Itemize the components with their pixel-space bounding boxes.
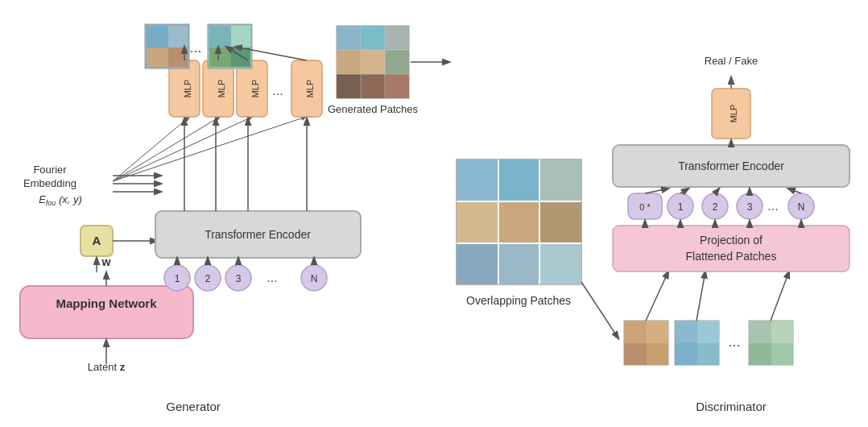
token-1-label: 1 — [175, 273, 180, 284]
t1-to-transformer — [680, 189, 688, 193]
t2-to-transformer — [715, 189, 719, 193]
fourier-to-mlp1 — [113, 117, 189, 181]
ov-c02 — [539, 160, 581, 201]
t0-to-transformer — [645, 189, 668, 193]
projection-label2: Flattened Patches — [686, 250, 777, 263]
fourier-to-mlp4 — [113, 117, 306, 181]
disc-transformer-label: Transformer Encoder — [678, 160, 784, 172]
mlp-ellipsis: ... — [272, 84, 283, 97]
projection-label1: Projection of — [700, 234, 763, 247]
patches-ellipsis: ... — [189, 39, 201, 56]
cat-c10 — [337, 50, 361, 74]
ov-c11 — [498, 201, 539, 243]
overlap-to-disc-arrow — [581, 282, 618, 338]
dp1-tr — [647, 321, 668, 343]
p-tl1 — [147, 26, 168, 48]
projection-box — [613, 226, 849, 272]
ov-c20 — [457, 243, 498, 284]
generated-patches-label: Generated Patches — [328, 103, 419, 115]
efou-label: Efou (x, y) — [39, 193, 82, 207]
tn-to-transformer — [788, 189, 801, 193]
fourier-to-mlp2 — [113, 117, 220, 181]
discriminator-section-label: Discriminator — [696, 400, 767, 413]
a-label: A — [93, 234, 101, 247]
diagram-container: Mapping Network Latent z w A Fourier Emb… — [0, 0, 868, 427]
dp1-br — [647, 343, 668, 365]
dpl-tl — [749, 321, 771, 343]
disc-token-0-label: 0 * — [639, 202, 651, 212]
mlp2-label: MLP — [217, 80, 226, 98]
cat-c22 — [385, 74, 409, 98]
dp2-tl — [675, 321, 697, 343]
dpl-up — [771, 272, 789, 321]
ov-c22 — [539, 243, 581, 284]
real-fake-label: Real / Fake — [705, 55, 758, 67]
disc-token-ellipsis: ... — [767, 199, 778, 213]
ov-c10 — [457, 201, 498, 243]
dp1-tl — [624, 321, 647, 343]
fourier-to-mlp3 — [113, 117, 252, 181]
disc-token-2-label: 2 — [713, 201, 718, 213]
dpl-bl — [749, 343, 771, 365]
p-tl2 — [168, 26, 188, 48]
p-l3 — [209, 48, 231, 67]
dpl-br — [771, 343, 793, 365]
cat-c02 — [385, 26, 409, 50]
cat-c21 — [361, 74, 385, 98]
cat-c20 — [337, 74, 361, 98]
mapping-network-label: Mapping Network — [56, 296, 157, 310]
p-l2 — [231, 26, 250, 48]
dpl-tr — [771, 321, 793, 343]
w-label: w — [101, 255, 111, 268]
fourier-label: Fourier — [33, 164, 67, 176]
dp1-up — [646, 272, 668, 321]
gen-transformer-label: Transformer Encoder — [205, 228, 311, 241]
disc-ellipsis: ... — [728, 334, 740, 350]
main-svg: Mapping Network Latent z w A Fourier Emb… — [0, 0, 868, 427]
dp2-br — [697, 343, 719, 365]
dp2-up — [696, 272, 705, 321]
cat-c00 — [337, 26, 361, 50]
token-2-label: 2 — [205, 273, 211, 284]
cat-c11 — [361, 50, 385, 74]
ov-c00 — [457, 160, 498, 201]
token-ellipsis: ... — [267, 271, 277, 284]
dp2-bl — [675, 343, 697, 365]
disc-mlp-label: MLP — [729, 105, 738, 123]
p-l4 — [231, 48, 250, 67]
generator-section-label: Generator — [166, 400, 221, 413]
ov-c21 — [498, 243, 539, 284]
mlp1-label: MLP — [183, 80, 192, 98]
token-3-label: 3 — [236, 273, 242, 284]
ov-c12 — [539, 201, 581, 243]
p-l1 — [209, 26, 231, 48]
dp2-tr — [697, 321, 719, 343]
mapping-network-box — [20, 286, 193, 338]
token-n-label: N — [311, 273, 318, 284]
cat-c01 — [361, 26, 385, 50]
disc-token-1-label: 1 — [678, 201, 684, 213]
ov-c01 — [498, 160, 539, 201]
disc-token-3-label: 3 — [747, 201, 753, 213]
p-tl3 — [147, 48, 168, 67]
disc-token-n-label: N — [798, 201, 805, 213]
cat-c12 — [385, 50, 409, 74]
mlp3-label: MLP — [250, 80, 260, 98]
embedding-label: Embedding — [23, 177, 76, 189]
dp1-bl — [624, 343, 647, 365]
mlp4-label: MLP — [305, 80, 315, 98]
overlapping-patches-label: Overlapping Patches — [466, 294, 571, 307]
